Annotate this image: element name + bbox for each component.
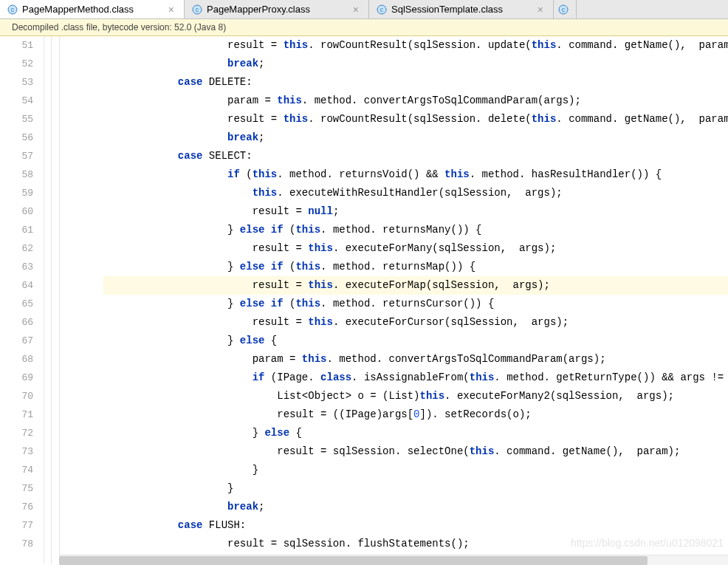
- class-file-icon: c: [192, 4, 202, 15]
- svg-text:c: c: [562, 6, 566, 13]
- line-number: 77: [0, 516, 33, 535]
- line-number: 58: [0, 165, 33, 184]
- horizontal-scrollbar[interactable]: [59, 555, 728, 565]
- code-line[interactable]: param = this. method. convertArgsToSqlCo…: [103, 92, 728, 110]
- tab-partial[interactable]: c: [554, 0, 577, 18]
- line-number: 63: [0, 258, 33, 276]
- code-content[interactable]: result = this. rowCountResult(sqlSession…: [103, 36, 728, 564]
- svg-text:c: c: [11, 6, 15, 13]
- line-number: 64: [0, 276, 33, 295]
- code-line[interactable]: case DELETE:: [103, 73, 728, 92]
- svg-text:c: c: [380, 6, 384, 13]
- line-number: 65: [0, 295, 33, 313]
- tab-sql-session-template[interactable]: c SqlSessionTemplate.class ×: [369, 0, 554, 18]
- line-number: 56: [0, 129, 33, 147]
- code-line[interactable]: } else if (this. method. returnsMap()) {: [103, 258, 728, 276]
- editor-area[interactable]: 5152535455565758596061626364656667686970…: [0, 36, 728, 564]
- line-number: 72: [0, 424, 33, 442]
- line-number: 53: [0, 73, 33, 92]
- line-number: 54: [0, 92, 33, 110]
- line-number: 66: [0, 313, 33, 332]
- tab-label: PageMapperProxy.class: [207, 4, 310, 15]
- line-number: 74: [0, 461, 33, 479]
- code-line[interactable]: List<Object> o = (List)this. executeForM…: [103, 387, 728, 405]
- line-number: 78: [0, 535, 33, 553]
- line-number: 76: [0, 498, 33, 516]
- class-file-icon: c: [558, 4, 569, 15]
- decompiled-banner: Decompiled .class file, bytecode version…: [0, 19, 728, 36]
- line-number: 52: [0, 55, 33, 73]
- line-number: 55: [0, 110, 33, 129]
- code-line[interactable]: if (this. method. returnsVoid() && this.…: [103, 165, 728, 184]
- line-number: 70: [0, 387, 33, 405]
- code-line[interactable]: result = this. rowCountResult(sqlSession…: [103, 36, 728, 55]
- code-line[interactable]: result = sqlSession. selectOne(this. com…: [103, 442, 728, 461]
- code-line[interactable]: break;: [103, 55, 728, 73]
- scrollbar-thumb[interactable]: [59, 556, 648, 565]
- code-line[interactable]: param = this. method. convertArgsToSqlCo…: [103, 350, 728, 369]
- code-line[interactable]: }: [103, 479, 728, 498]
- code-line[interactable]: } else {: [103, 332, 728, 350]
- code-line[interactable]: result = this. rowCountResult(sqlSession…: [103, 110, 728, 129]
- indent-guides: [52, 36, 103, 564]
- close-icon[interactable]: ×: [351, 4, 361, 16]
- line-number: 68: [0, 350, 33, 369]
- code-line[interactable]: result = this. executeForMap(sqlSession,…: [103, 276, 728, 295]
- code-line[interactable]: result = null;: [103, 202, 728, 221]
- editor-tabs: c PageMapperMethod.class × c PageMapperP…: [0, 0, 728, 19]
- code-line[interactable]: result = ((IPage)args[0]). setRecords(o)…: [103, 405, 728, 424]
- line-number: 59: [0, 184, 33, 202]
- code-line[interactable]: this. executeWithResultHandler(sqlSessio…: [103, 184, 728, 202]
- tab-label: SqlSessionTemplate.class: [391, 4, 503, 15]
- close-icon[interactable]: ×: [166, 4, 176, 16]
- line-number: 67: [0, 332, 33, 350]
- tab-label: PageMapperMethod.class: [22, 4, 134, 15]
- line-number: 62: [0, 239, 33, 258]
- close-icon[interactable]: ×: [535, 4, 546, 16]
- tab-page-mapper-proxy[interactable]: c PageMapperProxy.class ×: [185, 0, 369, 18]
- code-line[interactable]: if (IPage. class. isAssignableFrom(this.…: [103, 369, 728, 387]
- class-file-icon: c: [7, 4, 18, 15]
- code-line[interactable]: }: [103, 461, 728, 479]
- code-line[interactable]: case FLUSH:: [103, 516, 728, 535]
- code-line[interactable]: } else {: [103, 424, 728, 442]
- line-number: 60: [0, 202, 33, 221]
- line-number: 69: [0, 369, 33, 387]
- line-number: 51: [0, 36, 33, 55]
- code-line[interactable]: break;: [103, 129, 728, 147]
- code-line[interactable]: } else if (this. method. returnsCursor()…: [103, 295, 728, 313]
- fold-gutter: [44, 36, 52, 564]
- code-line[interactable]: result = this. executeForCursor(sqlSessi…: [103, 313, 728, 332]
- svg-text:c: c: [196, 6, 199, 13]
- watermark: https://blog.csdn.net/u012098021: [571, 537, 724, 549]
- line-number: 57: [0, 147, 33, 165]
- code-line[interactable]: result = this. executeForMany(sqlSession…: [103, 239, 728, 258]
- code-line[interactable]: } else if (this. method. returnsMany()) …: [103, 221, 728, 239]
- line-number: 73: [0, 442, 33, 461]
- code-line[interactable]: case SELECT:: [103, 147, 728, 165]
- code-line[interactable]: break;: [103, 498, 728, 516]
- class-file-icon: c: [377, 4, 387, 15]
- line-number: 61: [0, 221, 33, 239]
- line-number: 75: [0, 479, 33, 498]
- line-number-gutter: 5152535455565758596061626364656667686970…: [0, 36, 44, 564]
- line-number: 71: [0, 405, 33, 424]
- tab-page-mapper-method[interactable]: c PageMapperMethod.class ×: [0, 0, 185, 18]
